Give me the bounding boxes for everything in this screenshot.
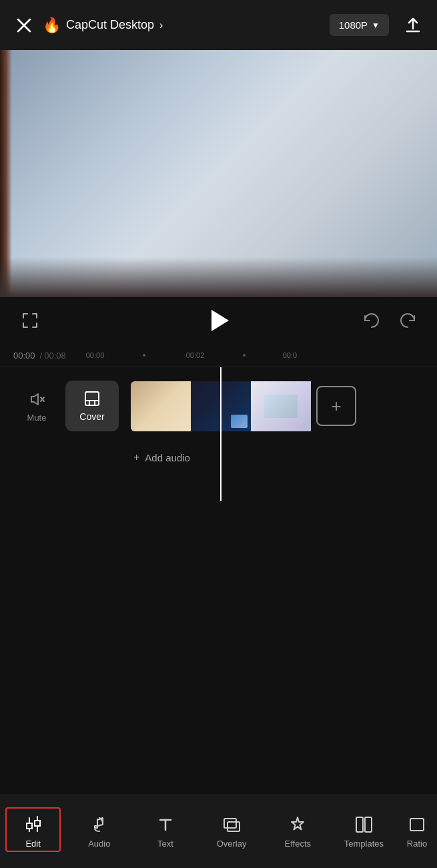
add-clip-plus-icon: + [331,397,341,415]
toolbar-label-audio: Audio [88,839,110,849]
close-button[interactable] [13,15,35,36]
app-title: CapCut Desktop [66,18,154,32]
video-frame [0,50,437,297]
timeline-content: Mute Cover + [0,367,437,445]
svg-rect-20 [228,822,240,831]
ruler-mark-2: 00:02 [186,351,205,359]
time-current: 00:00 [13,351,35,361]
close-icon [17,18,31,33]
fullscreen-icon [21,312,39,329]
svg-marker-4 [31,394,38,405]
ruler-mark-4: 00:0 [283,351,297,359]
toolbar-item-effects[interactable]: Effects [265,808,331,855]
add-audio-label: Add audio [145,452,190,463]
add-audio-plus-icon: + [133,451,139,463]
play-icon [211,310,229,331]
toolbar-label-text: Text [157,839,173,849]
controls-left [17,307,43,334]
svg-rect-22 [365,817,372,832]
ruler-dot-3 [243,354,246,357]
mute-button[interactable]: Mute [13,390,60,423]
time-separator: / [40,351,43,361]
redo-icon [400,312,417,329]
undo-icon [362,312,380,329]
svg-rect-21 [356,817,363,832]
toolbar-label-effects: Effects [285,839,312,849]
toolbar-item-templates[interactable]: Templates [331,808,397,855]
chevron-right-icon: › [159,19,163,31]
timeline-playhead [220,367,222,501]
add-audio-bar[interactable]: + Add audio [120,445,437,470]
spacer [0,501,437,795]
ruler-mark-0: 00:00 [86,351,105,359]
header-left: 🔥 CapCut Desktop › [13,15,163,36]
text-icon [155,815,175,835]
toolbar-label-overlay: Overlay [217,839,247,849]
toolbar-item-audio[interactable]: Audio [66,808,132,855]
toolbar-label-templates: Templates [344,839,384,849]
controls-right [359,308,420,333]
toolbar-item-edit[interactable]: Edit [0,808,66,855]
cover-icon [83,390,101,407]
export-icon [404,17,422,34]
app-title-group[interactable]: 🔥 CapCut Desktop › [43,17,163,34]
controls-bar [0,297,437,344]
resolution-button[interactable]: 1080P ▼ [330,14,389,36]
redo-button[interactable] [396,308,420,333]
audio-icon [89,815,109,835]
header-right: 1080P ▼ [330,14,424,36]
timeline-ruler: 00:00 / 00:08 00:00 00:02 00:0 [0,344,437,367]
clip-thumbnail-1[interactable] [131,381,191,431]
time-total: 00:08 [44,351,66,361]
video-preview [0,50,437,297]
flame-icon: 🔥 [43,17,61,34]
cover-label: Cover [79,411,104,422]
ratio-icon [407,815,427,835]
templates-icon [354,815,374,835]
video-canvas [0,50,437,297]
play-button[interactable] [202,304,236,337]
fullscreen-button[interactable] [17,307,43,334]
mute-label: Mute [27,413,47,423]
toolbar-item-text[interactable]: Text [132,808,198,855]
toolbar-item-overlay[interactable]: Overlay [199,808,265,855]
cover-button[interactable]: Cover [65,381,119,431]
svg-rect-7 [85,392,99,405]
svg-rect-19 [224,819,236,828]
ruler-dot-1 [143,354,145,357]
effects-icon [288,815,308,835]
svg-rect-23 [410,819,424,831]
overlay-icon [222,815,242,835]
bottom-toolbar: Edit Audio Text Overlay Effects [0,795,437,868]
toolbar-label-ratio: Ratio [407,839,427,849]
clips-strip: + [131,381,356,431]
timeline-area: Mute Cover + + [0,367,437,501]
add-clip-button[interactable]: + [316,386,356,426]
active-border [5,807,61,852]
toolbar-item-ratio[interactable]: Ratio [397,808,437,855]
clip-thumbnail-3[interactable] [251,381,311,431]
mute-icon [27,390,46,409]
undo-button[interactable] [359,308,383,333]
app-header: 🔥 CapCut Desktop › 1080P ▼ [0,0,437,50]
export-button[interactable] [402,15,424,36]
